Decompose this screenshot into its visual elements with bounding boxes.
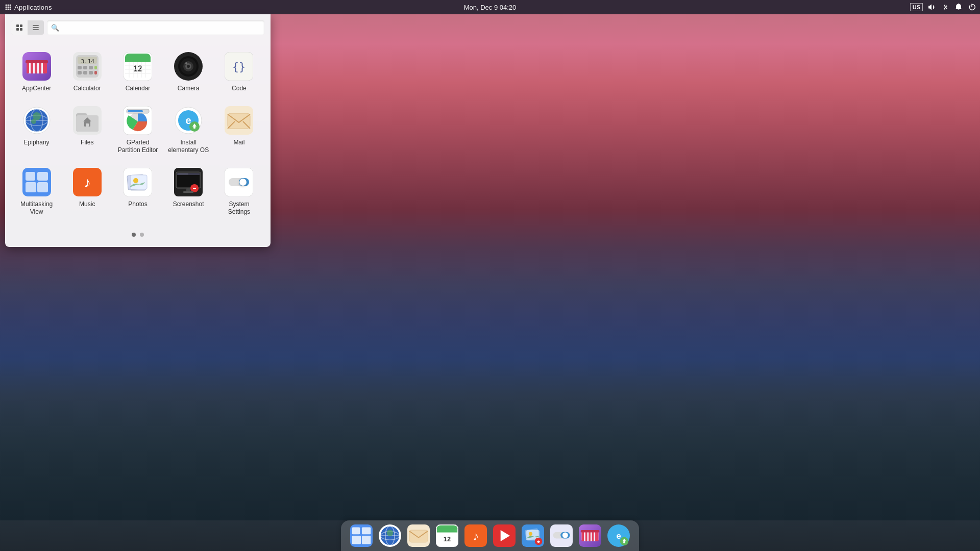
- svg-rect-23: [26, 60, 48, 63]
- sysset-label: System Settings: [218, 201, 260, 216]
- dock-item-music[interactable]: ♪: [463, 523, 488, 548]
- svg-rect-89: [37, 172, 48, 181]
- dock-item-multitask[interactable]: [349, 523, 374, 548]
- app-item-epiphany[interactable]: Epiphany: [11, 99, 62, 161]
- epiphany-icon: [21, 105, 52, 136]
- svg-rect-116: [362, 536, 371, 544]
- dock-item-calendar[interactable]: 12: [435, 523, 459, 548]
- svg-rect-127: [437, 528, 457, 531]
- svg-point-1: [8, 5, 9, 6]
- sysset-icon: [224, 167, 254, 197]
- svg-rect-76: [128, 110, 143, 112]
- app-item-camera[interactable]: Camera: [163, 45, 214, 99]
- svg-rect-147: [585, 531, 587, 541]
- photos-icon: [122, 167, 153, 197]
- dock-multitask-icon: [350, 524, 373, 547]
- music-label: Music: [79, 201, 95, 209]
- dock-item-photos[interactable]: ★: [521, 523, 545, 548]
- app-item-code[interactable]: {} Code: [214, 45, 264, 99]
- files-label: Files: [81, 139, 93, 147]
- epiphany-label: Epiphany: [24, 139, 50, 147]
- dock-item-installer[interactable]: e: [606, 523, 631, 548]
- svg-text:3.14: 3.14: [81, 58, 94, 65]
- calendar-label: Calendar: [126, 85, 151, 93]
- svg-rect-33: [83, 71, 87, 74]
- grid-view-button[interactable]: [11, 20, 28, 35]
- music-icon: ♪: [72, 167, 103, 197]
- page-dot-1[interactable]: [132, 233, 136, 237]
- volume-indicator[interactable]: [928, 3, 936, 11]
- svg-rect-14: [33, 27, 39, 28]
- app-item-photos[interactable]: Photos: [112, 161, 163, 222]
- svg-text:♪: ♪: [84, 174, 91, 190]
- svg-point-4: [8, 7, 9, 8]
- power-icon: [968, 3, 976, 11]
- keyboard-indicator[interactable]: US: [910, 3, 923, 11]
- app-item-sysset[interactable]: System Settings: [214, 161, 264, 222]
- svg-rect-107: [183, 191, 193, 193]
- desktop: Applications Mon, Dec 9 04:20 US: [0, 0, 980, 551]
- grid-icon: [16, 24, 23, 31]
- camera-icon: [173, 51, 204, 82]
- view-toggle: [11, 20, 44, 35]
- svg-point-0: [6, 5, 7, 6]
- files-icon: [72, 105, 103, 136]
- camera-label: Camera: [178, 85, 200, 93]
- calculator-icon: 3.14: [72, 51, 103, 82]
- svg-rect-146: [582, 531, 584, 541]
- dock-item-videos[interactable]: [492, 523, 517, 548]
- app-item-install-eos[interactable]: e Install elementary OS: [163, 99, 214, 161]
- app-item-files[interactable]: Files: [62, 99, 112, 161]
- dock-item-sysset[interactable]: [549, 523, 574, 548]
- app-item-appcenter[interactable]: AppCenter: [11, 45, 62, 99]
- svg-rect-149: [592, 531, 594, 541]
- svg-rect-9: [16, 24, 19, 27]
- svg-point-137: [529, 532, 532, 536]
- svg-rect-124: [409, 530, 428, 542]
- svg-rect-91: [37, 182, 48, 192]
- svg-rect-82: [193, 127, 195, 129]
- list-view-button[interactable]: [28, 20, 44, 35]
- svg-point-7: [8, 9, 9, 10]
- dock-sysset-icon: [550, 524, 573, 547]
- gparted-label: GParted Partition Editor: [116, 139, 159, 155]
- dock-item-appcenter[interactable]: [578, 523, 602, 548]
- bluetooth-indicator[interactable]: [941, 3, 949, 11]
- app-item-mail[interactable]: Mail: [214, 99, 264, 161]
- screenshot-label: Screenshot: [173, 201, 204, 209]
- panel-center: Mon, Dec 9 04:20: [464, 4, 517, 11]
- svg-rect-31: [94, 66, 97, 69]
- app-item-calculator[interactable]: 3.14 Calculator: [62, 45, 112, 99]
- svg-rect-10: [20, 24, 22, 27]
- gparted-icon: [122, 105, 153, 136]
- svg-rect-11: [16, 28, 19, 31]
- dock-item-epiphany[interactable]: [378, 523, 402, 548]
- svg-text:12: 12: [444, 535, 451, 543]
- svg-point-8: [10, 9, 11, 10]
- notifications-indicator[interactable]: [954, 3, 963, 11]
- svg-rect-150: [595, 531, 598, 541]
- app-item-music[interactable]: ♪ Music: [62, 161, 112, 222]
- search-input[interactable]: [47, 20, 264, 35]
- page-dot-2[interactable]: [140, 233, 144, 237]
- dock-item-mail[interactable]: [406, 523, 431, 548]
- svg-rect-151: [581, 530, 600, 533]
- app-item-gparted[interactable]: GParted Partition Editor: [112, 99, 163, 161]
- svg-rect-114: [362, 528, 371, 535]
- power-indicator[interactable]: [968, 3, 976, 11]
- svg-text:★: ★: [536, 539, 541, 544]
- svg-rect-113: [352, 528, 360, 535]
- code-icon: {}: [224, 51, 254, 82]
- applications-menu[interactable]: Applications: [4, 3, 52, 11]
- bluetooth-icon: [941, 3, 949, 11]
- svg-point-55: [187, 65, 190, 68]
- dock-installer-icon: e: [607, 524, 630, 547]
- app-item-screenshot[interactable]: Screenshot: [163, 161, 214, 222]
- app-item-multitask[interactable]: Multitasking View: [11, 161, 62, 222]
- calendar-icon: 12: [122, 51, 153, 82]
- svg-rect-29: [83, 66, 87, 69]
- app-item-calendar[interactable]: 12 Calendar: [112, 45, 163, 99]
- page-dots: [11, 233, 264, 237]
- svg-rect-30: [89, 66, 93, 69]
- dock-photos-icon: ★: [522, 524, 544, 547]
